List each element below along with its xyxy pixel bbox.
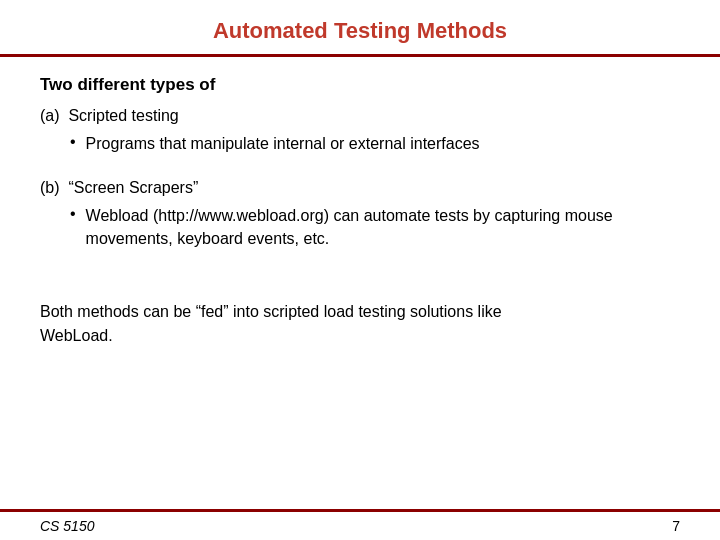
bullet-icon-b-1: •: [70, 205, 76, 223]
title-area: Automated Testing Methods: [0, 0, 720, 54]
spacer-1: [40, 163, 680, 179]
both-methods-line1: Both methods can be “fed” into scripted …: [40, 303, 502, 320]
footer-page: 7: [672, 518, 680, 534]
top-border: [0, 54, 720, 57]
list-item-b-label: (b) “Screen Scrapers”: [40, 179, 680, 197]
list-item-a-label: (a) Scripted testing: [40, 107, 680, 125]
slide-container: Automated Testing Methods Two different …: [0, 0, 720, 540]
bullet-text-a-1: Programs that manipulate internal or ext…: [86, 133, 480, 155]
slide-title: Automated Testing Methods: [30, 18, 690, 44]
spacer-2: [40, 258, 680, 274]
bullet-text-b-1: Webload (http://www.webload.org) can aut…: [86, 205, 680, 250]
content-area: Two different types of (a) Scripted test…: [0, 65, 720, 509]
footer-course: CS 5150: [40, 518, 94, 534]
footer: CS 5150 7: [0, 509, 720, 540]
bullet-icon-a-1: •: [70, 133, 76, 151]
both-methods-line2: WebLoad.: [40, 327, 113, 344]
spacer-3: [40, 274, 680, 290]
bullet-item-a-1: • Programs that manipulate internal or e…: [70, 133, 680, 155]
section-heading: Two different types of: [40, 75, 680, 95]
bullet-item-b-1: • Webload (http://www.webload.org) can a…: [70, 205, 680, 250]
both-methods: Both methods can be “fed” into scripted …: [40, 300, 680, 348]
